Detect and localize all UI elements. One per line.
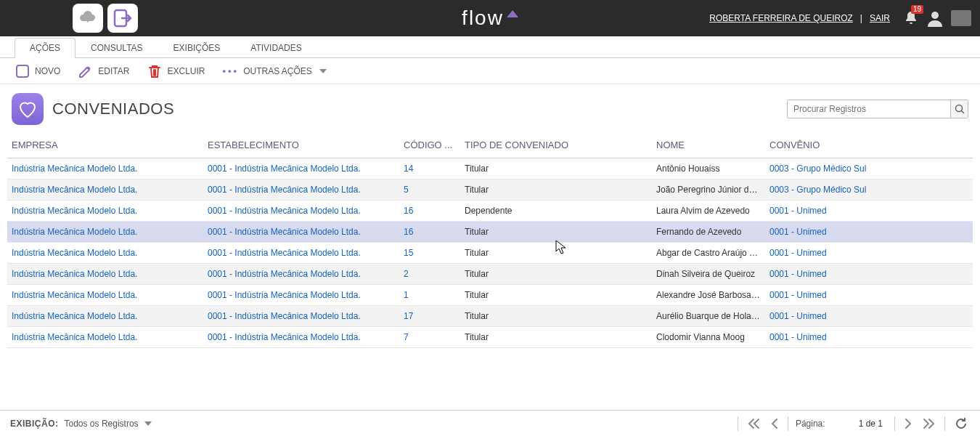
cell-nome: Antônio Houaiss: [652, 158, 765, 179]
search-wrap: [787, 100, 968, 118]
heart-icon: [17, 98, 38, 120]
table-row[interactable]: Indústria Mecânica Modelo Ltda.0001 - In…: [7, 201, 973, 222]
cell-estabelecimento: 0001 - Indústria Mecânica Modelo Ltda.: [203, 306, 399, 327]
plus-square-icon: [15, 63, 30, 79]
pagina-value: 1 de 1: [859, 419, 883, 429]
table-row[interactable]: Indústria Mecânica Modelo Ltda.0001 - In…: [7, 222, 973, 243]
chevron-down-icon: [319, 69, 327, 73]
cell-nome: Abgar de Castro Araújo Ren...: [652, 243, 765, 264]
editar-button[interactable]: EDITAR: [78, 63, 129, 79]
divider: [894, 416, 895, 431]
notification-badge: 19: [911, 5, 923, 14]
notifications-button[interactable]: 19: [903, 10, 919, 26]
search-input[interactable]: [787, 100, 968, 118]
exibicao-dropdown[interactable]: EXIBIÇÃO: Todos os Registros: [10, 419, 152, 429]
logo-caret-icon: [507, 10, 518, 17]
table-row[interactable]: Indústria Mecânica Modelo Ltda.0001 - In…: [7, 306, 973, 327]
search-button[interactable]: [950, 100, 968, 118]
dots-icon: •••: [222, 65, 239, 76]
col-header-nome[interactable]: NOME: [652, 134, 765, 158]
tab-atividades[interactable]: ATIVIDADES: [235, 38, 317, 57]
editar-label: EDITAR: [98, 66, 129, 76]
chevron-down-icon: [144, 421, 152, 426]
profile-button[interactable]: [926, 9, 944, 27]
cell-tipo: Titular: [460, 179, 652, 201]
inbox-button[interactable]: [951, 10, 971, 26]
cell-tipo: Titular: [460, 158, 652, 179]
cell-empresa: Indústria Mecânica Modelo Ltda.: [7, 158, 203, 179]
cell-empresa: Indústria Mecânica Modelo Ltda.: [7, 179, 203, 201]
cell-empresa: Indústria Mecânica Modelo Ltda.: [7, 264, 203, 285]
footer: EXIBIÇÃO: Todos os Registros Página: 1 d…: [0, 410, 980, 436]
cell-codigo: 17: [399, 306, 460, 327]
cell-codigo: 15: [399, 243, 460, 264]
tab-exibicoes[interactable]: EXIBIÇÕES: [158, 38, 236, 57]
cell-convenio: 0001 - Unimed: [765, 264, 973, 285]
pagination: Página: 1 de 1: [738, 415, 970, 432]
novo-button[interactable]: NOVO: [15, 63, 60, 79]
trash-icon: [147, 63, 163, 79]
cell-empresa: Indústria Mecânica Modelo Ltda.: [7, 285, 203, 306]
cell-tipo: Titular: [460, 285, 652, 306]
refresh-button[interactable]: [952, 415, 970, 432]
col-header-tipo[interactable]: TIPO DE CONVENIADO: [460, 134, 652, 158]
page-title: CONVENIADOS: [52, 100, 174, 118]
cell-codigo: 14: [399, 158, 460, 179]
cell-nome: Alexandre José Barbosa Lim...: [652, 285, 765, 306]
topbar-right: ROBERTA FERREIRA DE QUEIROZ | SAIR 19: [709, 9, 971, 27]
tab-consultas[interactable]: CONSULTAS: [75, 38, 158, 57]
cell-convenio: 0001 - Unimed: [765, 327, 973, 348]
table-row[interactable]: Indústria Mecânica Modelo Ltda.0001 - In…: [7, 264, 973, 285]
cell-convenio: 0001 - Unimed: [765, 285, 973, 306]
next-page-button[interactable]: [902, 416, 914, 431]
prev-page-button[interactable]: [769, 416, 780, 431]
col-header-codigo[interactable]: CÓDIGO ...: [399, 134, 460, 158]
last-page-button[interactable]: [921, 416, 937, 431]
cell-convenio: 0001 - Unimed: [765, 201, 973, 222]
cell-nome: Aurélio Buarque de Holanda...: [652, 306, 765, 327]
cloud-button[interactable]: [73, 4, 103, 33]
user-name-link[interactable]: ROBERTA FERREIRA DE QUEIROZ: [709, 13, 853, 23]
first-page-button[interactable]: [746, 416, 761, 431]
divider: [788, 416, 788, 431]
person-icon: [926, 9, 944, 27]
table-row[interactable]: Indústria Mecânica Modelo Ltda.0001 - In…: [7, 285, 973, 306]
exibicao-value: Todos os Registros: [65, 419, 139, 429]
cell-codigo: 16: [399, 201, 460, 222]
cell-tipo: Titular: [460, 306, 652, 327]
cell-codigo: 7: [399, 327, 460, 348]
table-row[interactable]: Indústria Mecânica Modelo Ltda.0001 - In…: [7, 158, 973, 179]
tab-acoes[interactable]: AÇÕES: [15, 38, 75, 58]
cell-empresa: Indústria Mecânica Modelo Ltda.: [7, 201, 203, 222]
table-row[interactable]: Indústria Mecânica Modelo Ltda.0001 - In…: [7, 179, 973, 201]
cell-codigo: 5: [399, 179, 460, 201]
divider: [738, 416, 738, 431]
actions-toolbar: NOVO EDITAR EXCLUIR ••• OUTRAS AÇÕES: [0, 58, 980, 84]
svg-point-1: [931, 12, 939, 19]
search-icon: [955, 104, 965, 114]
table-row[interactable]: Indústria Mecânica Modelo Ltda.0001 - In…: [7, 327, 973, 348]
cell-tipo: Titular: [460, 327, 652, 348]
cell-codigo: 2: [399, 264, 460, 285]
table-header-row: EMPRESA ESTABELECIMENTO CÓDIGO ... TIPO …: [7, 134, 973, 158]
cell-convenio: 0003 - Grupo Médico Sul: [765, 158, 973, 179]
cell-tipo: Dependente: [460, 201, 652, 222]
cell-estabelecimento: 0001 - Indústria Mecânica Modelo Ltda.: [203, 327, 399, 348]
novo-label: NOVO: [35, 66, 60, 76]
outras-label: OUTRAS AÇÕES: [243, 66, 312, 76]
exibicao-label: EXIBIÇÃO:: [10, 419, 59, 429]
cell-estabelecimento: 0001 - Indústria Mecânica Modelo Ltda.: [203, 179, 399, 201]
excluir-label: EXCLUIR: [167, 66, 205, 76]
pagina-label: Página:: [796, 419, 825, 429]
topbar: flow ROBERTA FERREIRA DE QUEIROZ | SAIR …: [0, 0, 980, 36]
col-header-convenio[interactable]: CONVÊNIO: [765, 134, 973, 158]
table-row[interactable]: Indústria Mecânica Modelo Ltda.0001 - In…: [7, 243, 973, 264]
excluir-button[interactable]: EXCLUIR: [147, 63, 205, 79]
col-header-estabelecimento[interactable]: ESTABELECIMENTO: [203, 134, 399, 158]
logout-link[interactable]: SAIR: [870, 13, 890, 23]
cell-nome: Dinah Silveira de Queiroz: [652, 264, 765, 285]
col-header-empresa[interactable]: EMPRESA: [7, 134, 203, 158]
logout-button[interactable]: [107, 4, 138, 33]
outras-acoes-button[interactable]: ••• OUTRAS AÇÕES: [222, 65, 326, 76]
cell-convenio: 0001 - Unimed: [765, 222, 973, 243]
